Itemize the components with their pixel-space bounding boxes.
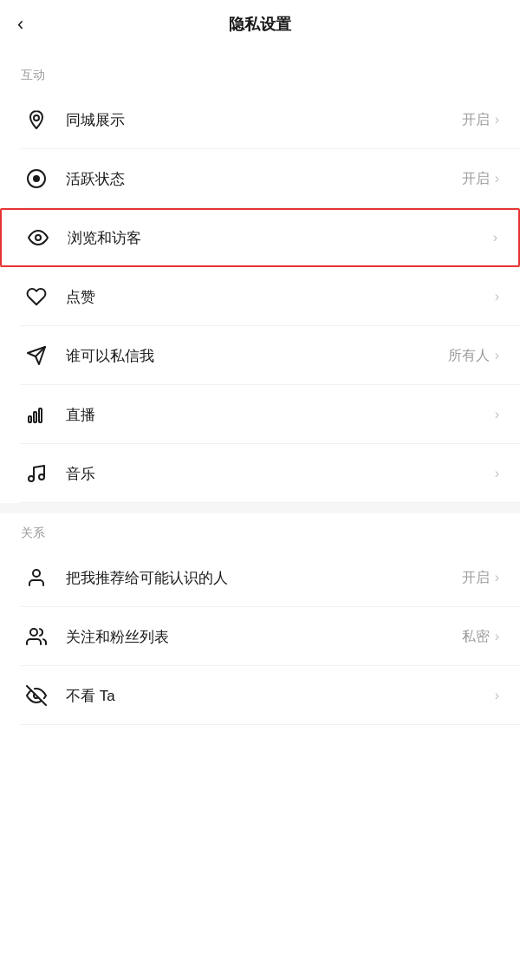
heart-icon (21, 281, 52, 312)
recommend-value: 开启 (462, 569, 490, 587)
menu-item-live[interactable]: 直播 › (0, 385, 520, 444)
section-label-interaction: 互动 (0, 56, 520, 90)
svg-point-11 (33, 570, 40, 577)
direct-message-label: 谁可以私信我 (66, 346, 448, 366)
page-title: 隐私设置 (229, 14, 291, 35)
svg-point-0 (34, 115, 39, 121)
message-icon (21, 340, 52, 371)
page-header: ‹ 隐私设置 (0, 0, 520, 49)
svg-rect-6 (29, 416, 31, 422)
likes-label: 点赞 (66, 287, 490, 307)
menu-item-follow-fans[interactable]: 关注和粉丝列表 私密 › (0, 607, 520, 666)
menu-item-browse-visitors[interactable]: 浏览和访客 › (0, 208, 520, 267)
group-icon (21, 621, 52, 652)
menu-item-active-status[interactable]: 活跃状态 开启 › (0, 149, 520, 208)
block-ta-chevron: › (495, 688, 499, 703)
menu-item-block-ta[interactable]: 不看 Ta › (0, 666, 520, 725)
active-status-chevron: › (495, 171, 499, 186)
follow-fans-value: 私密 (462, 628, 490, 646)
music-icon (21, 458, 52, 489)
direct-message-chevron: › (495, 348, 499, 363)
svg-point-9 (29, 476, 34, 481)
menu-item-nearby[interactable]: 同城展示 开启 › (0, 90, 520, 149)
live-icon (21, 399, 52, 430)
nearby-label: 同城展示 (66, 110, 462, 130)
eye-icon (23, 222, 54, 253)
back-button[interactable]: ‹ (17, 15, 23, 34)
direct-message-value: 所有人 (448, 347, 490, 365)
menu-item-likes[interactable]: 点赞 › (0, 267, 520, 326)
live-label: 直播 (66, 405, 490, 425)
follow-fans-label: 关注和粉丝列表 (66, 627, 462, 647)
nearby-value: 开启 (462, 111, 490, 129)
person-icon (21, 562, 52, 593)
follow-fans-chevron: › (495, 629, 499, 644)
recommend-label: 把我推荐给可能认识的人 (66, 568, 462, 588)
svg-point-12 (30, 629, 37, 636)
live-chevron: › (495, 407, 499, 422)
section-divider (0, 503, 520, 513)
likes-chevron: › (495, 289, 499, 304)
music-label: 音乐 (66, 464, 490, 484)
block-ta-label: 不看 Ta (66, 686, 490, 706)
recommend-chevron: › (495, 570, 499, 585)
active-status-label: 活跃状态 (66, 169, 462, 189)
svg-rect-8 (39, 408, 42, 422)
location-icon (21, 104, 52, 135)
nearby-chevron: › (495, 112, 499, 127)
svg-point-3 (36, 235, 41, 240)
svg-point-10 (39, 474, 44, 480)
menu-item-music[interactable]: 音乐 › (0, 444, 520, 503)
section-label-relationship: 关系 (0, 513, 520, 548)
svg-rect-7 (34, 412, 36, 422)
menu-item-direct-message[interactable]: 谁可以私信我 所有人 › (0, 326, 520, 385)
active-icon (21, 163, 52, 194)
menu-item-recommend[interactable]: 把我推荐给可能认识的人 开启 › (0, 548, 520, 607)
browse-visitors-label: 浏览和访客 (68, 228, 488, 248)
browse-visitors-chevron: › (493, 230, 497, 245)
music-chevron: › (495, 466, 499, 481)
svg-point-2 (34, 176, 39, 181)
block-icon (21, 680, 52, 711)
active-status-value: 开启 (462, 170, 490, 188)
